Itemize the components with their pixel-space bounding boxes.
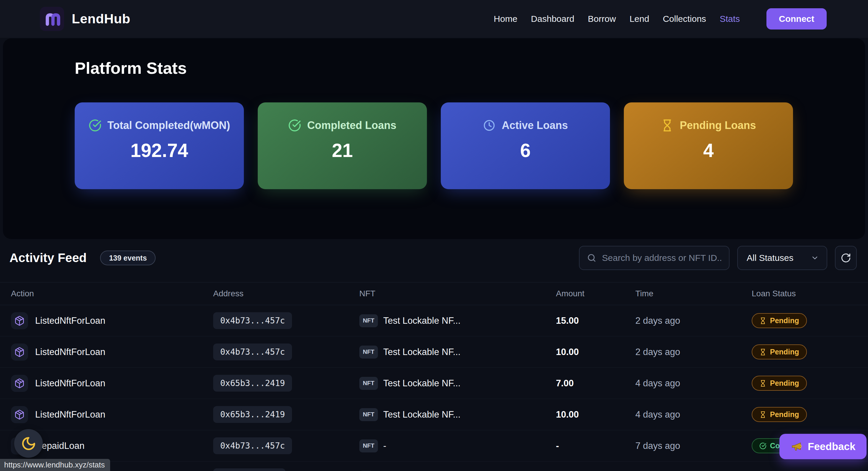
table-row: RepaidLoan 0x4b73...457c NFT - - 7 days … bbox=[0, 430, 868, 462]
nft-badge: NFT bbox=[359, 439, 378, 452]
time-value: 2 days ago bbox=[636, 347, 752, 357]
nft-name: - bbox=[383, 441, 386, 451]
action-label: ListedNftForLoan bbox=[35, 378, 105, 389]
hourglass-icon bbox=[760, 348, 767, 356]
time-value: 4 days ago bbox=[636, 409, 752, 420]
address-pill: 0x4b73...457c bbox=[213, 312, 292, 329]
address-pill: 0x4b73...457c bbox=[213, 344, 292, 360]
activity-table: Action Address NFT Amount Time Loan Stat… bbox=[0, 282, 868, 471]
refresh-icon bbox=[841, 253, 851, 263]
connect-wallet-button[interactable]: Connect bbox=[767, 8, 827, 30]
table-header-row: Action Address NFT Amount Time Loan Stat… bbox=[0, 282, 868, 305]
chevron-down-icon bbox=[811, 254, 819, 262]
stat-card-value: 4 bbox=[703, 139, 714, 161]
stat-card-completed-loans: Completed Loans 21 bbox=[258, 102, 427, 189]
status-bar-url: https://www.lendhub.xyz/stats bbox=[0, 459, 110, 471]
moon-icon bbox=[21, 436, 36, 451]
lendhub-logo-icon bbox=[40, 7, 64, 31]
action-label: ListedNftForLoan bbox=[35, 347, 105, 357]
col-header-nft: NFT bbox=[359, 289, 556, 299]
search-box bbox=[579, 246, 730, 270]
activity-controls: All Statuses bbox=[579, 246, 857, 270]
amount-value: - bbox=[556, 441, 636, 451]
stat-card-label: Pending Loans bbox=[680, 118, 756, 133]
nav-item-collections[interactable]: Collections bbox=[663, 14, 706, 24]
stat-card-label: Total Completed(wMON) bbox=[107, 118, 230, 133]
action-label: ListedNftForLoan bbox=[35, 409, 105, 420]
table-row bbox=[0, 462, 868, 471]
status-badge-pending: Pending bbox=[752, 376, 807, 391]
activity-feed-title: Activity Feed bbox=[9, 251, 87, 265]
megaphone-icon bbox=[790, 440, 803, 453]
nft-badge: NFT bbox=[359, 314, 378, 327]
address-pill: 0x65b3...2419 bbox=[213, 375, 292, 391]
hourglass-icon bbox=[760, 380, 767, 387]
hourglass-icon bbox=[760, 411, 767, 418]
status-badge-pending: Pending bbox=[752, 344, 807, 359]
events-count-badge: 139 events bbox=[100, 251, 156, 265]
activity-feed-header: Activity Feed 139 events All Statuses bbox=[0, 246, 868, 270]
amount-value: 15.00 bbox=[556, 315, 636, 326]
nav-item-borrow[interactable]: Borrow bbox=[588, 14, 616, 24]
amount-value: 10.00 bbox=[556, 409, 636, 420]
stat-card-active-loans: Active Loans 6 bbox=[441, 102, 610, 189]
nft-name: Test Lockable NF... bbox=[383, 409, 461, 420]
nft-name: Test Lockable NF... bbox=[383, 315, 461, 326]
table-row: ListedNftForLoan 0x4b73...457c NFT Test … bbox=[0, 305, 868, 337]
check-circle-icon bbox=[288, 119, 301, 132]
status-filter-value: All Statuses bbox=[747, 253, 793, 263]
nft-badge: NFT bbox=[359, 377, 378, 390]
col-header-time: Time bbox=[636, 289, 752, 299]
table-row: ListedNftForLoan 0x65b3...2419 NFT Test … bbox=[0, 399, 868, 430]
theme-toggle-button[interactable] bbox=[14, 429, 43, 458]
nft-badge: NFT bbox=[359, 346, 378, 358]
stat-cards-row: Total Completed(wMON) 192.74 Completed L… bbox=[75, 102, 793, 189]
nft-name: Test Lockable NF... bbox=[383, 378, 461, 389]
nft-badge: NFT bbox=[359, 408, 378, 421]
status-filter-select[interactable]: All Statuses bbox=[737, 246, 827, 270]
package-icon bbox=[11, 344, 28, 360]
feedback-button[interactable]: Feedback bbox=[779, 434, 867, 459]
time-value: 2 days ago bbox=[636, 315, 752, 326]
nav-item-home[interactable]: Home bbox=[494, 14, 517, 24]
stat-card-label: Completed Loans bbox=[307, 118, 396, 133]
address-pill bbox=[213, 468, 285, 471]
address-pill: 0x65b3...2419 bbox=[213, 406, 292, 423]
address-pill: 0x4b73...457c bbox=[213, 437, 292, 454]
brand-name: LendHub bbox=[72, 11, 130, 27]
action-label: ListedNftForLoan bbox=[35, 315, 105, 326]
brand[interactable]: LendHub bbox=[40, 7, 130, 31]
status-badge-pending: Pending bbox=[752, 313, 807, 328]
feedback-label: Feedback bbox=[808, 441, 855, 452]
stat-card-value: 6 bbox=[520, 139, 531, 161]
top-nav-bar: LendHub Home Dashboard Borrow Lend Colle… bbox=[0, 0, 868, 38]
stat-card-pending-loans: Pending Loans 4 bbox=[624, 102, 793, 189]
clock-icon bbox=[483, 119, 496, 132]
amount-value: 10.00 bbox=[556, 347, 636, 357]
stat-card-value: 192.74 bbox=[130, 139, 188, 161]
stat-card-label: Active Loans bbox=[502, 118, 568, 133]
package-icon bbox=[11, 375, 28, 392]
page-title: Platform Stats bbox=[75, 58, 187, 77]
search-icon bbox=[587, 253, 597, 263]
nav-item-stats[interactable]: Stats bbox=[720, 14, 740, 24]
nav-item-lend[interactable]: Lend bbox=[629, 14, 649, 24]
col-header-amount: Amount bbox=[556, 289, 636, 299]
time-value: 7 days ago bbox=[636, 441, 752, 451]
refresh-button[interactable] bbox=[835, 246, 857, 270]
amount-value: 7.00 bbox=[556, 378, 636, 389]
col-header-action: Action bbox=[11, 289, 213, 299]
nav-item-dashboard[interactable]: Dashboard bbox=[531, 14, 574, 24]
search-input[interactable] bbox=[602, 253, 722, 263]
main-nav: Home Dashboard Borrow Lend Collections S… bbox=[494, 8, 827, 30]
package-icon bbox=[11, 406, 28, 423]
check-circle-icon bbox=[760, 442, 767, 449]
col-header-loan-status: Loan Status bbox=[752, 289, 857, 299]
hourglass-icon bbox=[661, 119, 674, 132]
table-row: ListedNftForLoan 0x4b73...457c NFT Test … bbox=[0, 337, 868, 368]
stat-card-value: 21 bbox=[332, 139, 353, 161]
status-badge-pending: Pending bbox=[752, 407, 807, 422]
package-icon bbox=[11, 312, 28, 329]
nft-name: Test Lockable NF... bbox=[383, 347, 461, 357]
time-value: 4 days ago bbox=[636, 378, 752, 389]
